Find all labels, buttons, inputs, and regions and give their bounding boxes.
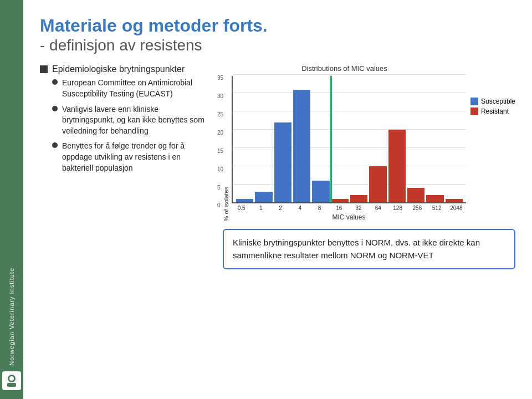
x-label-16: 16 (329, 205, 349, 211)
sub-bullet-1: European Committee on Antimicrobial Susc… (52, 78, 212, 99)
bar-susceptible-0.5 (236, 199, 253, 203)
sub-bullet-2: Vanligvis lavere enn kliniske brytningsp… (52, 104, 212, 137)
x-label-2: 2 (271, 205, 290, 211)
bar-resistant-512 (426, 195, 443, 202)
chart-legend: Susceptible Resistant (470, 64, 515, 115)
sub-bullet-icon-3 (52, 142, 58, 148)
chart-with-legend: Distributions of MIC values % of isolate… (223, 64, 515, 221)
bar-pair-64 (369, 76, 386, 202)
bar-resistant-2048 (446, 199, 463, 203)
main-content: Materiale og metoder forts. - definisjon… (23, 0, 532, 399)
x-axis-title: MIC values (232, 213, 466, 221)
x-label-0.5: 0.5 (232, 205, 251, 211)
x-label-64: 64 (369, 205, 388, 211)
info-box: Kliniske brytningspunkter benyttes i NOR… (223, 229, 515, 269)
bar-pair-256 (407, 76, 424, 202)
chart-body: 05101520253035 0.51248163264128256512204… (232, 76, 466, 221)
bars-group (235, 76, 464, 202)
x-labels: 0.512481632641282565122048 (232, 205, 466, 211)
x-label-512: 512 (427, 205, 447, 211)
bar-pair-4 (293, 76, 310, 202)
breakpoint-line (330, 76, 332, 202)
sub-bullet-text-3: Benyttes for å følge trender og for å op… (62, 141, 212, 173)
svg-rect-1 (7, 383, 16, 387)
institute-logo (2, 371, 21, 390)
sub-bullet-text-1: European Committee on Antimicrobial Susc… (62, 78, 212, 99)
chart-title: Distributions of MIC values (223, 64, 466, 73)
bar-resistant-256 (407, 188, 424, 202)
bar-susceptible-2 (274, 122, 291, 203)
x-label-4: 4 (290, 205, 310, 211)
bar-pair-32 (350, 76, 367, 202)
sub-bullets: European Committee on Antimicrobial Susc… (52, 78, 212, 173)
bar-pair-128 (388, 76, 406, 202)
title-block: Materiale og metoder forts. - definisjon… (40, 16, 515, 54)
x-label-8: 8 (310, 205, 329, 211)
legend-susceptible: Susceptible (470, 98, 515, 105)
title-line2: - definisjon av resistens (40, 36, 515, 55)
legend-susceptible-color (470, 98, 478, 105)
bar-pair-8 (312, 76, 329, 202)
x-label-1: 1 (251, 205, 270, 211)
chart-plot: 05101520253035 (232, 76, 466, 203)
legend-susceptible-label: Susceptible (481, 98, 515, 105)
bar-susceptible-8 (312, 181, 329, 202)
bar-susceptible-4 (293, 90, 310, 203)
content-area: Epidemiologiske brytningspunkter Europea… (40, 64, 515, 269)
bar-susceptible-1 (255, 192, 272, 203)
x-label-2048: 2048 (447, 205, 466, 211)
right-block: Distributions of MIC values % of isolate… (223, 64, 515, 269)
sub-bullet-icon-2 (52, 106, 58, 111)
y-axis-label: % of isolates (223, 187, 229, 221)
chart-main: Distributions of MIC values % of isolate… (223, 64, 466, 221)
bar-resistant-32 (350, 195, 367, 202)
info-box-text: Kliniske brytningspunkter benyttes i NOR… (233, 237, 505, 262)
sub-bullet-3: Benyttes for å følge trender og for å op… (52, 141, 212, 173)
sidebar: Norwegian Veterinary Institute (0, 0, 23, 399)
bar-pair-2 (274, 76, 291, 202)
sub-bullet-text-2: Vanligvis lavere enn kliniske brytningsp… (62, 104, 212, 137)
text-block: Epidemiologiske brytningspunkter Europea… (40, 64, 212, 178)
bar-pair-0.5 (236, 76, 253, 202)
bar-pair-16 (331, 76, 349, 202)
main-bullet-icon (40, 65, 48, 73)
sub-bullet-icon-1 (52, 79, 58, 85)
x-label-128: 128 (388, 205, 407, 211)
x-label-32: 32 (349, 205, 369, 211)
main-bullet-text: Epidemiologiske brytningspunkter (52, 64, 185, 74)
title-line1: Materiale og metoder forts. (40, 16, 515, 36)
bar-pair-1 (255, 76, 272, 202)
bar-pair-2048 (446, 76, 463, 202)
x-label-256: 256 (407, 205, 427, 211)
legend-resistant-label: Resistant (481, 108, 509, 115)
bar-pair-512 (426, 76, 443, 202)
legend-resistant-color (470, 108, 478, 115)
bar-resistant-64 (369, 166, 386, 203)
main-bullet: Epidemiologiske brytningspunkter (40, 64, 212, 74)
svg-point-2 (9, 376, 14, 381)
legend-resistant: Resistant (470, 108, 515, 115)
institute-name: Norwegian Veterinary Institute (8, 268, 15, 366)
bar-resistant-16 (331, 199, 349, 203)
chart-area: % of isolates 05101520253035 0.512481632… (223, 76, 466, 221)
bar-resistant-128 (388, 130, 406, 202)
